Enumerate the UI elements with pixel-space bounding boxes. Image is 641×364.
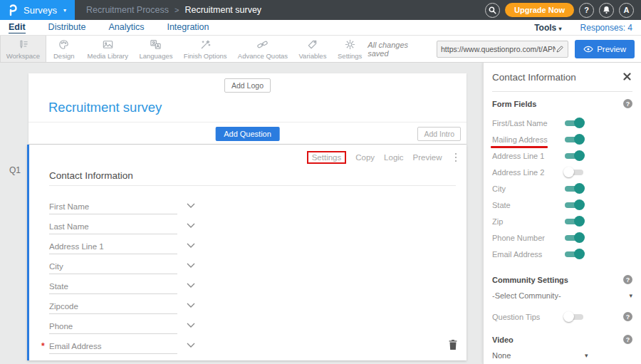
chevron-down-icon[interactable] <box>187 223 195 228</box>
field-row-last-name[interactable]: Last Name <box>49 219 177 234</box>
field-row-zipcode[interactable]: Zipcode <box>49 299 177 314</box>
toolbar-item-workspace[interactable]: Workspace <box>0 36 46 62</box>
notifications-button[interactable] <box>599 3 614 18</box>
divider <box>492 91 632 92</box>
upgrade-now-button[interactable]: Upgrade Now <box>505 3 574 17</box>
community-select[interactable]: -Select Community- ▾ <box>492 291 632 300</box>
product-menu[interactable]: Surveys ▾ <box>0 0 75 20</box>
question-title[interactable]: Contact Information <box>49 170 133 181</box>
chevron-down-icon[interactable] <box>187 343 195 348</box>
field-row-first-name[interactable]: First Name <box>49 199 177 214</box>
chevron-down-icon[interactable] <box>187 303 195 308</box>
question-copy-button[interactable]: Copy <box>355 153 375 162</box>
questionpro-logo <box>7 3 19 17</box>
field-row-phone[interactable]: Phone <box>49 319 177 334</box>
editor-toolbar: Workspace Design Media Library Languages… <box>0 36 641 63</box>
breadcrumb-current: Recruitment survey <box>184 5 261 15</box>
field-row-state[interactable]: State <box>49 279 177 294</box>
languages-icon <box>149 38 162 51</box>
toggle-address-line-2[interactable] <box>563 167 585 177</box>
avatar[interactable]: A <box>619 3 634 18</box>
question-card: Settings Copy Logic Preview Contact Info… <box>27 145 467 360</box>
responses-link[interactable]: Responses: 4 <box>580 23 632 33</box>
question-logic-button[interactable]: Logic <box>384 153 404 162</box>
help-icon[interactable]: ? <box>623 275 632 284</box>
toggle-phone-number[interactable] <box>563 232 585 243</box>
chevron-down-icon[interactable] <box>187 283 195 288</box>
caret-down-icon: ▾ <box>629 292 632 299</box>
help-icon[interactable]: ? <box>623 312 632 321</box>
media-library-icon <box>101 38 115 51</box>
workspace-area: Add Logo Recruitment survey Add Question… <box>0 63 641 364</box>
add-intro-button[interactable]: Add Intro <box>417 127 461 141</box>
close-panel-button[interactable] <box>622 71 632 84</box>
toolbar-right: All changes saved Preview <box>368 36 641 62</box>
tools-menu[interactable]: Tools ▾ <box>534 23 561 33</box>
toolbar-item-variables[interactable]: Variables <box>293 36 332 62</box>
toggle-state[interactable] <box>563 199 585 210</box>
tab-edit[interactable]: Edit <box>9 22 26 33</box>
toggle-row-city: City <box>492 180 632 197</box>
toggle-mailing-address[interactable] <box>563 134 585 145</box>
chevron-down-icon[interactable] <box>187 203 195 208</box>
toolbar-item-finish-options[interactable]: Finish Options <box>178 36 232 62</box>
settings-panel: Contact Information Form Fields ? First/… <box>483 63 641 364</box>
tab-distribute[interactable]: Distribute <box>48 22 86 33</box>
toggle-row-mailing-address: Mailing Address <box>492 131 632 147</box>
toolbar-item-media-library[interactable]: Media Library <box>82 36 134 62</box>
question-number: Q1 <box>9 165 21 175</box>
toggle-first-last-name[interactable] <box>563 118 585 128</box>
toolbar-item-languages[interactable]: Languages <box>134 36 179 62</box>
trash-icon <box>448 339 458 350</box>
chevron-down-icon[interactable] <box>187 263 195 268</box>
help-button[interactable]: ? <box>579 3 594 18</box>
caret-down-icon: ▾ <box>585 352 588 359</box>
question-preview-button[interactable]: Preview <box>413 153 442 162</box>
field-row-address-line-1[interactable]: Address Line 1 <box>49 239 177 254</box>
help-icon[interactable]: ? <box>623 335 632 344</box>
help-icon[interactable]: ? <box>623 99 632 108</box>
field-row-city[interactable]: City <box>49 259 177 274</box>
toolbar-item-advance-quotas[interactable]: Advance Quotas <box>232 36 293 62</box>
tab-analytics[interactable]: Analytics <box>108 22 144 33</box>
survey-header-card: Add Logo Recruitment survey Add Question… <box>28 73 467 144</box>
nav-right: Tools ▾ Responses: 4 <box>534 23 632 33</box>
design-icon <box>57 38 71 51</box>
toggle-row-phone-number: Phone Number <box>492 229 632 246</box>
form-fields-heading: Form Fields <box>492 100 536 108</box>
video-select[interactable]: None ▾ <box>492 351 632 360</box>
toolbar-item-settings[interactable]: Settings <box>332 36 368 62</box>
add-question-button[interactable]: Add Question <box>215 127 280 141</box>
toggle-row-email-address: Email Address <box>492 246 632 262</box>
chevron-down-icon[interactable] <box>187 323 195 328</box>
toggle-question-tips[interactable] <box>563 311 585 322</box>
survey-title[interactable]: Recruitment survey <box>48 100 467 115</box>
form-fields-list: First Name Last Name Address Line 1 City <box>49 199 177 359</box>
toggle-email-address[interactable] <box>563 249 585 259</box>
toggle-address-line-1[interactable] <box>563 150 585 161</box>
toggle-zip[interactable] <box>563 216 585 227</box>
chevron-down-icon[interactable] <box>187 243 195 248</box>
breadcrumb-parent[interactable]: Recruitment Process <box>86 5 169 15</box>
panel-title: Contact Information <box>492 72 576 83</box>
delete-question-button[interactable] <box>448 339 458 353</box>
preview-button[interactable]: Preview <box>575 40 635 58</box>
search-button[interactable] <box>485 3 500 18</box>
chevron-down-icon: ▾ <box>63 7 66 14</box>
kebab-menu-icon[interactable] <box>454 152 459 164</box>
field-row-email-address[interactable]: * Email Address <box>49 339 177 354</box>
toggle-city[interactable] <box>563 183 585 194</box>
add-logo-button[interactable]: Add Logo <box>224 78 271 93</box>
survey-url-input[interactable] <box>441 45 556 53</box>
variables-icon <box>306 38 319 51</box>
breadcrumb: Recruitment Process > Recruitment survey <box>86 0 261 20</box>
finish-options-icon <box>199 38 212 51</box>
survey-nav: Edit Distribute Analytics Integration To… <box>0 20 641 36</box>
question-settings-button[interactable]: Settings <box>307 151 347 164</box>
edit-url-pencil-icon[interactable] <box>556 45 564 53</box>
toolbar-item-design[interactable]: Design <box>46 36 82 62</box>
tab-integration[interactable]: Integration <box>167 22 209 33</box>
eye-icon <box>583 46 593 53</box>
top-bar: Surveys ▾ Recruitment Process > Recruitm… <box>0 0 641 20</box>
workspace-icon <box>16 38 30 51</box>
